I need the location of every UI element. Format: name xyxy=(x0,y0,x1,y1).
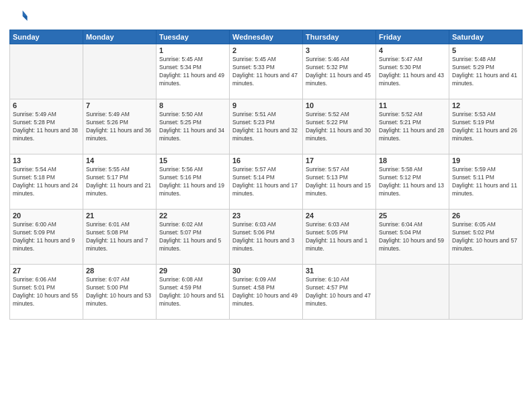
week-row-1: 1Sunrise: 5:45 AM Sunset: 5:34 PM Daylig… xyxy=(10,44,523,99)
day-number: 26 xyxy=(452,212,519,220)
calendar-cell: 12Sunrise: 5:53 AM Sunset: 5:19 PM Dayli… xyxy=(449,99,523,154)
calendar-cell: 30Sunrise: 6:09 AM Sunset: 4:58 PM Dayli… xyxy=(230,265,303,320)
day-number: 2 xyxy=(232,46,300,54)
day-info: Sunrise: 5:49 AM Sunset: 5:26 PM Dayligh… xyxy=(86,111,153,143)
day-number: 18 xyxy=(379,156,446,165)
day-number: 11 xyxy=(379,101,446,109)
svg-marker-1 xyxy=(23,16,28,21)
day-number: 3 xyxy=(306,46,373,54)
calendar-cell xyxy=(83,44,157,99)
logo-icon xyxy=(9,7,28,26)
calendar-cell: 31Sunrise: 6:10 AM Sunset: 4:57 PM Dayli… xyxy=(303,265,376,320)
calendar-cell xyxy=(376,265,449,320)
calendar-cell: 18Sunrise: 5:58 AM Sunset: 5:12 PM Dayli… xyxy=(376,154,449,210)
day-info: Sunrise: 5:59 AM Sunset: 5:11 PM Dayligh… xyxy=(452,166,519,198)
page-container: SundayMondayTuesdayWednesdayThursdayFrid… xyxy=(0,0,532,326)
day-number: 1 xyxy=(159,46,226,54)
calendar-cell: 19Sunrise: 5:59 AM Sunset: 5:11 PM Dayli… xyxy=(449,154,523,210)
day-info: Sunrise: 6:02 AM Sunset: 5:07 PM Dayligh… xyxy=(159,221,226,253)
calendar-cell: 15Sunrise: 5:56 AM Sunset: 5:16 PM Dayli… xyxy=(157,154,230,210)
day-info: Sunrise: 5:52 AM Sunset: 5:22 PM Dayligh… xyxy=(306,111,373,143)
day-number: 7 xyxy=(86,101,153,109)
day-info: Sunrise: 5:53 AM Sunset: 5:19 PM Dayligh… xyxy=(452,111,519,143)
calendar-cell: 28Sunrise: 6:07 AM Sunset: 5:00 PM Dayli… xyxy=(83,265,157,320)
day-number: 28 xyxy=(86,267,153,275)
day-info: Sunrise: 6:03 AM Sunset: 5:06 PM Dayligh… xyxy=(232,221,300,253)
day-info: Sunrise: 5:50 AM Sunset: 5:25 PM Dayligh… xyxy=(159,111,226,143)
calendar-cell: 25Sunrise: 6:04 AM Sunset: 5:04 PM Dayli… xyxy=(376,210,449,265)
day-number: 19 xyxy=(452,156,519,165)
day-number: 30 xyxy=(232,267,300,275)
day-info: Sunrise: 6:04 AM Sunset: 5:04 PM Dayligh… xyxy=(379,221,446,253)
calendar-cell: 13Sunrise: 5:54 AM Sunset: 5:18 PM Dayli… xyxy=(10,154,83,210)
svg-marker-0 xyxy=(23,11,28,16)
calendar-cell: 8Sunrise: 5:50 AM Sunset: 5:25 PM Daylig… xyxy=(157,99,230,154)
day-info: Sunrise: 6:09 AM Sunset: 4:58 PM Dayligh… xyxy=(232,276,300,308)
day-number: 16 xyxy=(232,156,300,165)
calendar-cell: 29Sunrise: 6:08 AM Sunset: 4:59 PM Dayli… xyxy=(157,265,230,320)
day-number: 21 xyxy=(86,212,153,220)
day-number: 14 xyxy=(86,156,153,165)
week-row-2: 6Sunrise: 5:49 AM Sunset: 5:28 PM Daylig… xyxy=(10,99,523,154)
calendar-cell: 3Sunrise: 5:46 AM Sunset: 5:32 PM Daylig… xyxy=(303,44,376,99)
day-number: 29 xyxy=(159,267,226,275)
calendar-cell: 11Sunrise: 5:52 AM Sunset: 5:21 PM Dayli… xyxy=(376,99,449,154)
day-number: 22 xyxy=(159,212,226,220)
calendar-cell: 24Sunrise: 6:03 AM Sunset: 5:05 PM Dayli… xyxy=(303,210,376,265)
day-number: 12 xyxy=(452,101,519,109)
day-info: Sunrise: 5:47 AM Sunset: 5:30 PM Dayligh… xyxy=(379,56,446,88)
day-info: Sunrise: 5:58 AM Sunset: 5:12 PM Dayligh… xyxy=(379,166,446,198)
day-number: 27 xyxy=(13,267,80,275)
day-info: Sunrise: 5:46 AM Sunset: 5:32 PM Dayligh… xyxy=(306,56,373,88)
logo xyxy=(9,7,31,26)
day-number: 31 xyxy=(306,267,373,275)
header xyxy=(9,7,523,26)
day-info: Sunrise: 5:57 AM Sunset: 5:13 PM Dayligh… xyxy=(306,166,373,198)
calendar-cell: 6Sunrise: 5:49 AM Sunset: 5:28 PM Daylig… xyxy=(10,99,83,154)
weekday-header-tuesday: Tuesday xyxy=(157,30,230,44)
day-info: Sunrise: 5:52 AM Sunset: 5:21 PM Dayligh… xyxy=(379,111,446,143)
calendar-cell: 5Sunrise: 5:48 AM Sunset: 5:29 PM Daylig… xyxy=(449,44,523,99)
day-number: 8 xyxy=(159,101,226,109)
day-info: Sunrise: 6:03 AM Sunset: 5:05 PM Dayligh… xyxy=(306,221,373,253)
day-number: 9 xyxy=(232,101,300,109)
calendar-cell: 20Sunrise: 6:00 AM Sunset: 5:09 PM Dayli… xyxy=(10,210,83,265)
day-info: Sunrise: 6:07 AM Sunset: 5:00 PM Dayligh… xyxy=(86,276,153,308)
day-info: Sunrise: 5:54 AM Sunset: 5:18 PM Dayligh… xyxy=(13,166,80,198)
calendar-cell: 2Sunrise: 5:45 AM Sunset: 5:33 PM Daylig… xyxy=(230,44,303,99)
day-number: 24 xyxy=(306,212,373,220)
day-info: Sunrise: 6:10 AM Sunset: 4:57 PM Dayligh… xyxy=(306,276,373,308)
day-number: 6 xyxy=(13,101,80,109)
day-info: Sunrise: 6:05 AM Sunset: 5:02 PM Dayligh… xyxy=(452,221,519,253)
day-info: Sunrise: 6:00 AM Sunset: 5:09 PM Dayligh… xyxy=(13,221,80,253)
calendar-cell: 22Sunrise: 6:02 AM Sunset: 5:07 PM Dayli… xyxy=(157,210,230,265)
week-row-5: 27Sunrise: 6:06 AM Sunset: 5:01 PM Dayli… xyxy=(10,265,523,320)
calendar-cell xyxy=(449,265,523,320)
calendar-cell: 9Sunrise: 5:51 AM Sunset: 5:23 PM Daylig… xyxy=(230,99,303,154)
day-number: 15 xyxy=(159,156,226,165)
day-info: Sunrise: 6:06 AM Sunset: 5:01 PM Dayligh… xyxy=(13,276,80,308)
weekday-header-thursday: Thursday xyxy=(303,30,376,44)
day-number: 25 xyxy=(379,212,446,220)
weekday-header-wednesday: Wednesday xyxy=(230,30,303,44)
day-info: Sunrise: 5:51 AM Sunset: 5:23 PM Dayligh… xyxy=(232,111,300,143)
calendar-cell: 4Sunrise: 5:47 AM Sunset: 5:30 PM Daylig… xyxy=(376,44,449,99)
calendar-cell: 26Sunrise: 6:05 AM Sunset: 5:02 PM Dayli… xyxy=(449,210,523,265)
calendar-cell: 27Sunrise: 6:06 AM Sunset: 5:01 PM Dayli… xyxy=(10,265,83,320)
weekday-header-sunday: Sunday xyxy=(10,30,83,44)
day-number: 10 xyxy=(306,101,373,109)
day-info: Sunrise: 5:45 AM Sunset: 5:33 PM Dayligh… xyxy=(232,56,300,88)
day-info: Sunrise: 5:48 AM Sunset: 5:29 PM Dayligh… xyxy=(452,56,519,88)
calendar-cell: 16Sunrise: 5:57 AM Sunset: 5:14 PM Dayli… xyxy=(230,154,303,210)
day-info: Sunrise: 5:56 AM Sunset: 5:16 PM Dayligh… xyxy=(159,166,226,198)
day-info: Sunrise: 6:08 AM Sunset: 4:59 PM Dayligh… xyxy=(159,276,226,308)
calendar-cell: 21Sunrise: 6:01 AM Sunset: 5:08 PM Dayli… xyxy=(83,210,157,265)
calendar-cell: 14Sunrise: 5:55 AM Sunset: 5:17 PM Dayli… xyxy=(83,154,157,210)
week-row-4: 20Sunrise: 6:00 AM Sunset: 5:09 PM Dayli… xyxy=(10,210,523,265)
weekday-header-saturday: Saturday xyxy=(449,30,523,44)
day-number: 23 xyxy=(232,212,300,220)
day-number: 4 xyxy=(379,46,446,54)
weekday-header-row: SundayMondayTuesdayWednesdayThursdayFrid… xyxy=(10,30,523,44)
day-info: Sunrise: 5:49 AM Sunset: 5:28 PM Dayligh… xyxy=(13,111,80,143)
day-info: Sunrise: 5:57 AM Sunset: 5:14 PM Dayligh… xyxy=(232,166,300,198)
